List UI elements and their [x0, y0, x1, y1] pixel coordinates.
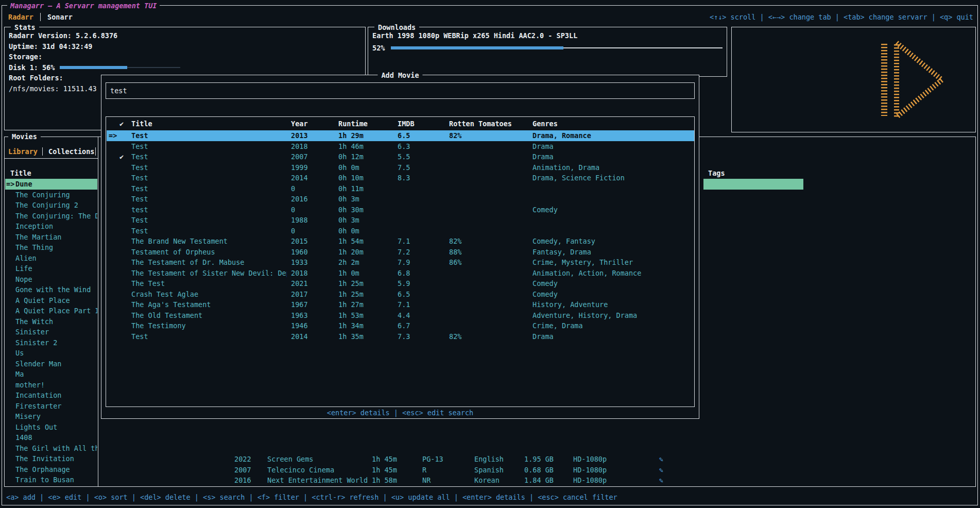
- movie-list-item[interactable]: 1408: [5, 432, 97, 443]
- disk-usage-bar: [60, 65, 180, 70]
- movie-list-item[interactable]: The Martian: [5, 232, 97, 243]
- search-result-row[interactable]: The Testament of Sister New Devil: Depar…: [107, 268, 694, 279]
- rotten-tomatoes-column-header: Rotten Tomatoes: [449, 120, 512, 128]
- result-runtime: 1h 25m: [338, 278, 364, 289]
- movie-title: Sinister: [15, 328, 49, 336]
- search-result-row[interactable]: Test20181h 46m6.3Drama: [107, 141, 694, 152]
- movie-list-item[interactable]: Slender Man: [5, 359, 97, 369]
- movie-title: The Thing: [15, 243, 53, 251]
- movie-studio: Next Entertainment World: [267, 475, 368, 486]
- movie-list-item[interactable]: The Girl with All the: [5, 443, 97, 454]
- result-title: The Testament of Sister New Devil: Depar: [131, 268, 287, 279]
- movie-title: Us: [15, 349, 24, 357]
- movie-title: The Girl with All the: [15, 444, 97, 452]
- result-imdb-rating: 6.5: [398, 289, 410, 300]
- search-result-row[interactable]: Testament of Orpheus19601h 20m7.288%Fant…: [107, 247, 694, 258]
- result-runtime: 1h 25m: [338, 289, 364, 300]
- search-result-row[interactable]: The Aga's Testament19671h 27m7.1History,…: [107, 299, 694, 310]
- movie-title: The Conjuring: [15, 191, 70, 199]
- result-year: 2015: [291, 236, 308, 247]
- search-result-row[interactable]: The Old Testament19631h 53m4.4Adventure,…: [107, 310, 694, 321]
- movie-certification: PG-13: [422, 454, 443, 465]
- movie-search-input[interactable]: [106, 83, 694, 98]
- search-result-row[interactable]: =>Test20131h 29m6.582%Drama, Romance: [107, 130, 694, 141]
- result-runtime: 1h 27m: [338, 299, 364, 310]
- movie-title: Incantation: [15, 391, 61, 399]
- search-result-row[interactable]: Test20140h 10m8.3Drama, Science Fiction: [107, 173, 694, 183]
- result-imdb-rating: 7.9: [398, 257, 410, 268]
- movie-list-item[interactable]: The Conjuring: [5, 190, 97, 200]
- tab-library[interactable]: Library: [8, 146, 38, 157]
- search-result-row[interactable]: Test00h 0m: [107, 226, 694, 236]
- movie-list-item[interactable]: Misery: [5, 411, 97, 422]
- movie-list-item[interactable]: Sinister: [5, 327, 97, 337]
- runtime-column-header: Runtime: [338, 120, 368, 128]
- monitored-icon: ✎: [659, 454, 663, 465]
- search-result-row[interactable]: The Testimony19461h 34m6.7Crime, Drama: [107, 320, 694, 331]
- movie-list-item[interactable]: Us: [5, 348, 97, 359]
- movie-language: English: [474, 454, 504, 465]
- imdb-column-header: IMDB: [398, 120, 415, 128]
- movie-quality: HD-1080p: [573, 454, 607, 465]
- movie-list-item[interactable]: The Conjuring 2: [5, 200, 97, 211]
- movie-list-item[interactable]: A Quiet Place: [5, 295, 97, 306]
- movie-certification: NR: [422, 475, 431, 486]
- result-year: 2007: [291, 151, 308, 162]
- movie-list-item[interactable]: Firestarter: [5, 401, 97, 412]
- result-title: The Testimony: [131, 320, 287, 331]
- movie-list-item[interactable]: Life: [5, 263, 97, 274]
- search-results-table: ✔ Title Year Runtime IMDB Rotten Tomatoe…: [106, 116, 695, 407]
- movie-list-item[interactable]: Ma: [5, 369, 97, 380]
- library-table-row[interactable]: 2022Screen Gems1h 45mPG-13English1.95 GB…: [5, 454, 972, 465]
- movie-list-item[interactable]: =>Dune: [5, 179, 97, 190]
- result-title: The Old Testament: [131, 310, 287, 321]
- search-result-row[interactable]: The Test20211h 25m5.9Comedy: [107, 278, 694, 289]
- result-year: 1933: [291, 257, 308, 268]
- movie-quality: HD-1080p: [573, 465, 607, 476]
- movie-list-item[interactable]: The Witch: [5, 316, 97, 327]
- search-result-row[interactable]: The Brand New Testament20151h 54m7.182%C…: [107, 236, 694, 247]
- movie-list-item[interactable]: Inception: [5, 221, 97, 232]
- movie-list-item[interactable]: Lights Out: [5, 422, 97, 433]
- result-runtime: 0h 10m: [338, 173, 364, 183]
- result-imdb-rating: 6.7: [398, 320, 410, 331]
- result-imdb-rating: 7.1: [398, 236, 410, 247]
- movie-list-item[interactable]: Gone with the Wind: [5, 284, 97, 295]
- movie-list-item[interactable]: The Thing: [5, 242, 97, 253]
- result-year: 0: [291, 205, 295, 215]
- monitored-icon: ✎: [659, 465, 663, 476]
- tab-sonarr[interactable]: Sonarr: [47, 12, 73, 22]
- movie-title: Inception: [15, 222, 53, 230]
- movie-list-item[interactable]: Incantation: [5, 390, 97, 401]
- search-result-row[interactable]: The Testament of Dr. Mabuse19332h 2m7.98…: [107, 257, 694, 268]
- movie-list-item[interactable]: Nope: [5, 274, 97, 285]
- search-result-row[interactable]: Test00h 11m: [107, 183, 694, 194]
- tab-collections[interactable]: Collections: [48, 146, 94, 157]
- library-title-column-divider: [98, 137, 98, 487]
- result-genres: Comedy: [532, 289, 692, 300]
- movie-studio: Screen Gems: [267, 454, 313, 465]
- movie-list-item[interactable]: mother!: [5, 380, 97, 391]
- result-runtime: 1h 35m: [338, 331, 364, 342]
- search-result-row[interactable]: ✔Test20070h 12m5.5Drama: [107, 151, 694, 162]
- movie-list-item[interactable]: The Conjuring: The De: [5, 211, 97, 222]
- result-runtime: 0h 3m: [338, 194, 359, 205]
- search-result-row[interactable]: Crash Test Aglae20171h 25m6.5Comedy: [107, 289, 694, 300]
- search-result-row[interactable]: Test19880h 3m: [107, 215, 694, 226]
- movie-title: mother!: [15, 381, 45, 389]
- search-result-row[interactable]: test00h 30mComedy: [107, 205, 694, 215]
- movie-list-item[interactable]: Sinister 2: [5, 337, 97, 348]
- movie-list-item[interactable]: Alien: [5, 253, 97, 264]
- library-table-row[interactable]: 2007Telecinco Cinema1h 45mRSpanish0.68 G…: [5, 465, 972, 476]
- tab-radarr[interactable]: Radarr: [8, 12, 33, 22]
- library-table-row[interactable]: 2016Next Entertainment World1h 58mNRKore…: [5, 475, 972, 486]
- result-year: 1999: [291, 162, 308, 173]
- download-progress-bar: [391, 45, 723, 50]
- disk-label: Disk 1:: [9, 62, 38, 73]
- result-year: 2017: [291, 289, 308, 300]
- result-imdb-rating: 7.5: [398, 162, 410, 173]
- search-result-row[interactable]: Test19990h 0m7.5Animation, Drama: [107, 162, 694, 173]
- search-result-row[interactable]: Test20160h 3m: [107, 194, 694, 205]
- search-result-row[interactable]: Test20141h 35m7.382%Drama: [107, 331, 694, 342]
- movie-list-item[interactable]: A Quiet Place Part II: [5, 306, 97, 316]
